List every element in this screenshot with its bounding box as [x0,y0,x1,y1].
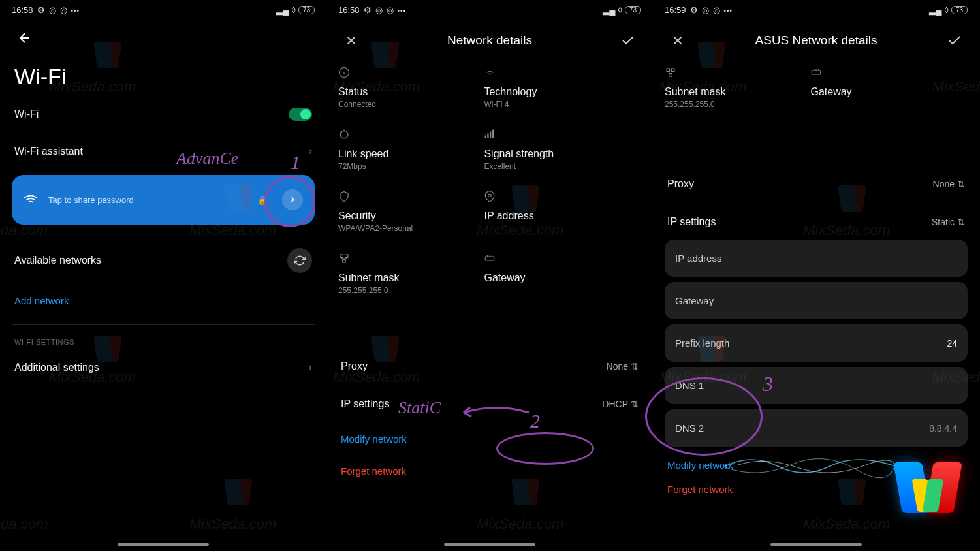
status-time: 16:59 [665,5,686,15]
additional-settings-label: Additional settings [14,362,99,373]
ip-address-field[interactable]: IP address [665,240,968,277]
more-icon [398,5,407,15]
status-item: Status Connected [338,65,477,109]
screen-wifi: 16:58 ⚙ ◎ ◎ ▂▄ ◊ 73 Wi-Fi Wi-Fi Wi-Fi as… [0,0,326,551]
subnet-item: Subnet mask 255.255.255.0 [665,65,804,109]
svg-rect-12 [672,69,675,72]
signal-icon: ▂▄ [276,5,289,15]
more-icon [71,5,80,15]
ip-item: IP address [484,189,623,233]
signal-bars-icon [484,127,623,142]
network-icon [338,251,477,266]
proxy-row[interactable]: Proxy None ⇅ [338,347,641,385]
dns1-field[interactable]: DNS 1 [665,367,968,404]
add-network-link[interactable]: Add network [12,285,315,317]
available-networks-label: Available networks [14,255,101,266]
svg-rect-14 [812,71,821,74]
svg-rect-10 [486,257,495,260]
chevron-right-icon: › [308,360,312,374]
battery-icon: 73 [298,6,315,14]
gateway-icon [810,65,949,80]
wifi-icon: ◊ [618,5,622,15]
camera-icon: ◎ [387,5,394,15]
network-icon [665,65,804,80]
clock-icon: ◎ [702,5,709,15]
header-title: Network details [364,33,615,48]
battery-icon: 73 [625,6,641,14]
wifi-settings-section: WI-FI SETTINGS [12,338,315,346]
wifi-label: Wi-Fi [14,108,39,120]
prefix-length-field[interactable]: Prefix length 24 [665,324,968,362]
gateway-field[interactable]: Gateway [665,282,968,319]
signal-icon: ▂▄ [603,5,615,15]
svg-rect-9 [343,260,346,263]
header-title: ASUS Network details [691,33,941,48]
nav-handle[interactable] [770,543,862,546]
lock-icon: 🔒 [257,195,268,205]
bluetooth-icon: ⚙ [364,5,371,15]
back-button[interactable] [12,25,38,51]
lightning-effect [725,447,895,486]
status-time: 16:58 [338,5,360,15]
ip-settings-value: DHCP ⇅ [602,399,639,409]
header: Network details [338,22,641,59]
more-icon [724,5,733,15]
status-bar: 16:58 ⚙ ◎ ◎ ▂▄ ◊ 73 [12,0,315,20]
advance-arrow-button[interactable] [282,189,303,210]
svg-rect-13 [669,74,672,77]
svg-point-1 [340,131,348,138]
proxy-row[interactable]: Proxy None ⇅ [665,165,968,203]
header: ASUS Network details [665,22,968,59]
proxy-value: None ⇅ [607,361,639,371]
wifi-icon [24,193,38,207]
chevron-right-icon: › [308,144,312,158]
wifi-assistant-row[interactable]: Wi-Fi assistant › [12,133,315,170]
close-button[interactable] [338,27,364,54]
close-button[interactable] [665,27,691,54]
wifi-toggle-row[interactable]: Wi-Fi [12,96,315,133]
share-password-card[interactable]: Tap to share password 🔒 [12,175,315,225]
dns2-field[interactable]: DNS 2 8.8.4.4 [665,409,968,447]
signal-item: Signal strength Excellent [484,127,623,171]
gateway-item: Gateway [810,65,949,109]
additional-settings-row[interactable]: Additional settings › [12,349,315,386]
bluetooth-icon: ⚙ [37,5,45,15]
camera-icon: ◎ [713,5,720,15]
screen-network-details: 16:58 ⚙ ◎ ◎ ▂▄ ◊ 73 Network details [326,0,653,551]
camera-icon: ◎ [60,5,67,15]
wifi-icon: ◊ [291,5,295,15]
speed-icon [338,127,477,142]
available-networks-row: Available networks [12,236,315,285]
status-bar: 16:59 ⚙ ◎ ◎ ▂▄ ◊ 73 [665,0,968,20]
battery-icon: 73 [951,6,968,14]
gateway-icon [484,251,623,266]
svg-rect-11 [667,69,670,72]
details-grid: Status Connected Technology Wi-Fi 4 Link… [338,59,641,308]
wifi-assistant-label: Wi-Fi assistant [14,146,83,157]
details-grid-top: Subnet mask 255.255.255.0 Gateway [665,59,968,113]
divider [12,324,315,325]
clock-icon: ◎ [375,5,383,15]
wifi-toggle[interactable] [289,108,312,121]
nav-handle[interactable] [118,543,209,546]
ip-settings-row[interactable]: IP settings Static ⇅ [665,203,968,234]
shield-icon [338,189,477,204]
status-bar: 16:58 ⚙ ◎ ◎ ▂▄ ◊ 73 [338,0,641,20]
share-text: Tap to share password [48,195,247,205]
location-icon [484,189,623,204]
svg-rect-4 [490,132,491,139]
mixseda-logo [889,453,967,525]
modify-network-link[interactable]: Modify network [338,423,641,455]
link-speed-item: Link speed 72Mbps [338,127,477,171]
nav-handle[interactable] [444,543,535,546]
status-time: 16:58 [12,5,33,15]
confirm-button[interactable] [615,27,641,54]
svg-rect-3 [488,134,489,139]
ip-settings-row[interactable]: IP settings DHCP ⇅ [338,385,641,423]
svg-rect-7 [340,255,343,258]
forget-network-link[interactable]: Forget network [338,455,641,487]
svg-point-6 [488,194,492,197]
refresh-button[interactable] [287,248,312,273]
clock-icon: ◎ [49,5,56,15]
confirm-button[interactable] [941,27,968,54]
